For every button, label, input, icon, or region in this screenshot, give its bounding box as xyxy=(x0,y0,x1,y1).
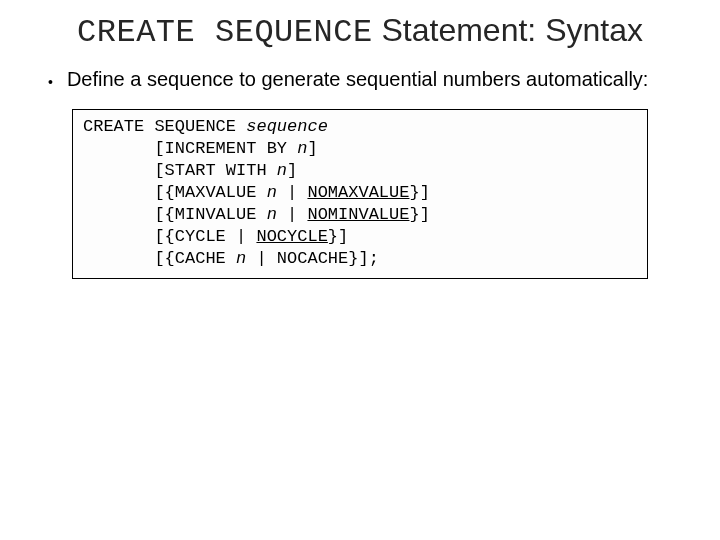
code-l7c: | NOCACHE}]; xyxy=(246,249,379,268)
bullet-item: • Define a sequence to generate sequenti… xyxy=(48,68,690,91)
bullet-icon: • xyxy=(48,74,53,90)
code-l5e: }] xyxy=(409,205,429,224)
code-l2c: ] xyxy=(307,139,317,158)
code-l6b: NOCYCLE xyxy=(256,227,327,246)
code-l7b: n xyxy=(236,249,246,268)
slide: CREATE SEQUENCE Statement: Syntax • Defi… xyxy=(0,0,720,309)
code-l4b: n xyxy=(267,183,277,202)
code-l2a: [INCREMENT BY xyxy=(83,139,297,158)
code-l4a: [{MAXVALUE xyxy=(83,183,267,202)
code-l3a: [START WITH xyxy=(83,161,277,180)
code-l4d: NOMAXVALUE xyxy=(307,183,409,202)
code-l6c: }] xyxy=(328,227,348,246)
code-l5c: | xyxy=(277,205,308,224)
code-l4c: | xyxy=(277,183,308,202)
title-rest: Statement: Syntax xyxy=(373,12,643,48)
title-mono: CREATE SEQUENCE xyxy=(77,14,373,51)
code-l6a: [{CYCLE | xyxy=(83,227,256,246)
code-l3c: ] xyxy=(287,161,297,180)
code-l3b: n xyxy=(277,161,287,180)
code-l5b: n xyxy=(267,205,277,224)
code-l2b: n xyxy=(297,139,307,158)
slide-title: CREATE SEQUENCE Statement: Syntax xyxy=(30,12,690,52)
code-l4e: }] xyxy=(409,183,429,202)
code-l5d: NOMINVALUE xyxy=(307,205,409,224)
code-l1b: sequence xyxy=(246,117,328,136)
code-l1a: CREATE SEQUENCE xyxy=(83,117,246,136)
syntax-code-box: CREATE SEQUENCE sequence [INCREMENT BY n… xyxy=(72,109,648,280)
bullet-text: Define a sequence to generate sequential… xyxy=(67,68,648,91)
code-l7a: [{CACHE xyxy=(83,249,236,268)
code-l5a: [{MINVALUE xyxy=(83,205,267,224)
